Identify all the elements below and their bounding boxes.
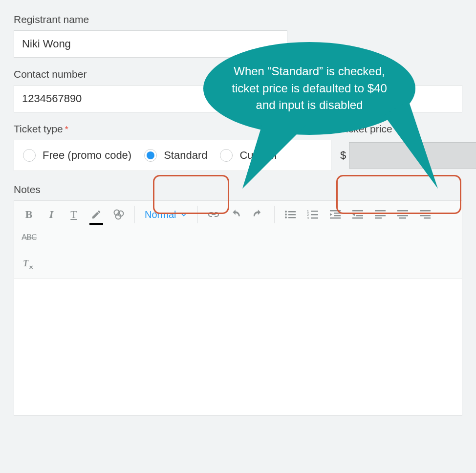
ticket-price-input <box>349 142 476 169</box>
svg-rect-21 <box>356 215 363 216</box>
callout-text: When “Standard” is checked, ticket price… <box>223 63 396 114</box>
svg-rect-7 <box>288 214 296 215</box>
underline-icon[interactable]: T <box>65 206 83 223</box>
ticket-type-group: Free (promo code) Standard Custom <box>14 140 331 171</box>
svg-rect-14 <box>311 217 318 219</box>
svg-rect-29 <box>397 215 408 216</box>
text-bg-icon[interactable] <box>110 206 128 223</box>
svg-rect-23 <box>375 210 386 212</box>
undo-icon[interactable] <box>227 206 245 223</box>
svg-point-5 <box>285 216 287 218</box>
outdent-icon[interactable] <box>349 206 367 223</box>
radio-icon <box>220 149 233 162</box>
svg-rect-20 <box>356 213 363 214</box>
svg-rect-25 <box>375 215 386 216</box>
svg-rect-30 <box>399 217 406 219</box>
svg-rect-34 <box>424 217 431 219</box>
svg-rect-27 <box>397 210 408 212</box>
registrant-name-label: Registrant name <box>14 14 287 25</box>
editor-toolbar: B I T Normal <box>14 201 462 279</box>
svg-rect-24 <box>375 213 382 214</box>
ticket-type-option-custom[interactable]: Custom <box>220 149 277 162</box>
redo-icon[interactable] <box>250 206 267 223</box>
svg-text:3: 3 <box>307 216 309 219</box>
svg-point-3 <box>285 211 287 213</box>
svg-rect-31 <box>420 210 431 212</box>
bold-icon[interactable]: B <box>20 206 38 223</box>
notes-textarea[interactable] <box>14 279 462 415</box>
svg-point-4 <box>285 214 287 215</box>
contact-number-label: Contact number <box>14 68 221 80</box>
toolbar-separator <box>197 206 198 223</box>
contact-number-input[interactable] <box>14 85 221 112</box>
svg-text:✕: ✕ <box>29 264 33 270</box>
radio-label: Custom <box>239 149 277 162</box>
italic-icon[interactable]: I <box>43 206 60 223</box>
ticket-type-option-standard[interactable]: Standard <box>144 149 207 162</box>
svg-rect-16 <box>334 213 341 214</box>
svg-text:2: 2 <box>307 213 309 216</box>
ticket-type-option-free[interactable]: Free (promo code) <box>23 149 131 162</box>
svg-rect-15 <box>330 210 341 212</box>
svg-rect-32 <box>424 213 431 214</box>
clear-format-icon[interactable]: T✕ <box>20 256 38 273</box>
radio-icon <box>144 149 157 162</box>
toolbar-separator <box>274 206 275 223</box>
svg-rect-12 <box>311 211 318 212</box>
svg-rect-26 <box>375 217 382 219</box>
svg-rect-18 <box>330 217 341 219</box>
notes-label: Notes <box>14 184 462 195</box>
svg-rect-17 <box>334 215 341 216</box>
radio-label: Free (promo code) <box>43 149 131 162</box>
style-dropdown-label: Normal <box>145 209 176 220</box>
indent-icon[interactable] <box>326 206 344 223</box>
radio-label: Standard <box>164 149 207 162</box>
svg-rect-33 <box>420 215 431 216</box>
list-ul-icon[interactable] <box>281 206 299 223</box>
svg-rect-19 <box>352 210 363 212</box>
notes-editor: B I T Normal <box>14 200 462 416</box>
svg-rect-13 <box>311 214 318 215</box>
text-color-icon[interactable] <box>87 206 105 223</box>
list-ol-icon[interactable]: 123 <box>304 206 322 223</box>
svg-text:T: T <box>23 258 29 268</box>
align-center-icon[interactable] <box>394 206 411 223</box>
toolbar-separator <box>134 206 135 223</box>
chevron-down-icon <box>180 211 188 218</box>
required-mark: * <box>65 125 68 134</box>
link-icon[interactable] <box>205 206 222 223</box>
svg-rect-22 <box>352 217 363 219</box>
radio-icon <box>23 149 36 162</box>
svg-rect-28 <box>399 213 406 214</box>
svg-rect-8 <box>288 217 296 218</box>
strike-icon[interactable]: A̶B̶C̶ <box>20 228 38 246</box>
align-left-icon[interactable] <box>371 206 389 223</box>
currency-symbol: $ <box>340 149 346 162</box>
style-dropdown[interactable]: Normal <box>142 209 191 220</box>
align-right-icon[interactable] <box>416 206 434 223</box>
annotation-callout: When “Standard” is checked, ticket price… <box>203 42 415 135</box>
svg-rect-6 <box>288 211 296 213</box>
